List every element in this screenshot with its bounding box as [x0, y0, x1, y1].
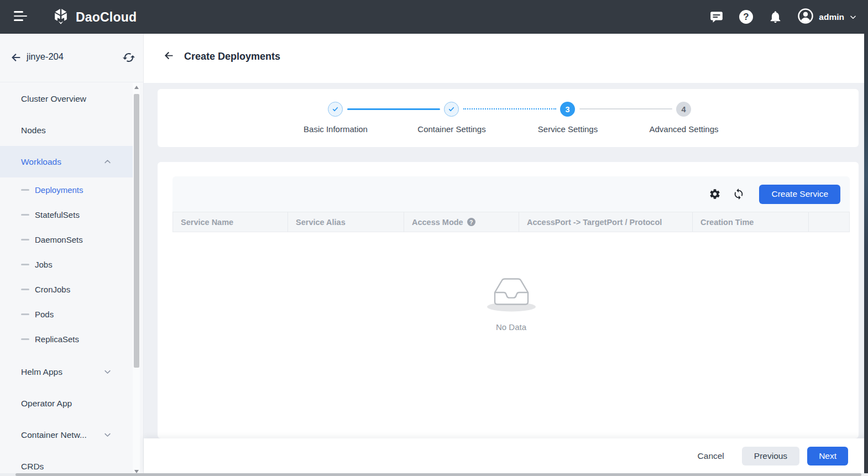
refresh-icon [733, 188, 745, 200]
next-button[interactable]: Next [807, 447, 848, 465]
chat-icon[interactable] [709, 10, 724, 24]
page-vertical-scrollbar[interactable] [864, 34, 868, 476]
step-2-circle [444, 102, 459, 117]
sidebar-item-container-network[interactable]: Container Netw... [0, 419, 133, 451]
table-header-row: Service Name Service Alias Access Mode ?… [172, 212, 850, 232]
sidebar: jinye-204 Cluster Overview Nodes Workloa… [0, 34, 144, 476]
sidebar-header: jinye-204 [0, 34, 143, 82]
dash-icon [21, 214, 29, 216]
empty-state: No Data [172, 271, 850, 332]
topbar: DaoCloud ? [0, 0, 868, 34]
gear-icon [709, 188, 721, 200]
switch-cluster-icon[interactable] [122, 51, 135, 66]
daocloud-logo-icon [51, 6, 71, 28]
column-service-alias: Service Alias [288, 212, 404, 232]
page-horizontal-scrollbar [0, 473, 868, 476]
create-service-button[interactable]: Create Service [759, 185, 840, 204]
sidebar-item-cronjobs[interactable]: CronJobs [0, 277, 133, 302]
column-actions [809, 212, 849, 232]
stepper: 3 4 Basic Information Container Settings… [158, 89, 859, 147]
avatar-icon [797, 8, 814, 27]
topbar-actions: ? admin [709, 0, 857, 34]
brand-name: DaoCloud [76, 10, 137, 25]
column-creation-time: Creation Time [693, 212, 809, 232]
wizard-footer: Cancel Previous Next [144, 438, 868, 473]
access-mode-help-icon[interactable]: ? [467, 218, 475, 226]
step-3-label: Service Settings [507, 124, 629, 134]
sidebar-item-helm-apps[interactable]: Helm Apps [0, 356, 133, 388]
table-refresh-button[interactable] [732, 187, 745, 201]
menu-icon[interactable] [14, 11, 28, 23]
empty-text: No Data [172, 322, 850, 332]
dash-icon [21, 313, 29, 315]
page-header: Create Deployments [144, 34, 868, 83]
table-settings-button[interactable] [708, 187, 721, 201]
sidebar-item-replicasets[interactable]: ReplicaSets [0, 327, 133, 352]
connector-current [463, 108, 556, 109]
sidebar-item-daemonsets[interactable]: DaemonSets [0, 227, 133, 252]
scrollbar-thumb[interactable] [134, 94, 139, 368]
username: admin [819, 12, 844, 22]
dash-icon [21, 264, 29, 265]
app-screen: DaoCloud ? [0, 0, 868, 476]
cluster-name: jinye-204 [27, 51, 64, 62]
sidebar-item-cluster-overview[interactable]: Cluster Overview [0, 83, 133, 114]
chevron-down-icon [103, 368, 112, 376]
service-table-panel: Create Service Service Name Service Alia… [172, 176, 850, 232]
sidebar-item-deployments[interactable]: Deployments [0, 177, 133, 202]
column-access-mode: Access Mode ? [404, 212, 519, 232]
column-ports: AccessPort -> TargetPort / Protocol [519, 212, 693, 232]
sidebar-item-nodes[interactable]: Nodes [0, 114, 133, 146]
step-4-label: Advanced Settings [623, 124, 745, 134]
brand: DaoCloud [51, 6, 137, 28]
chevron-up-icon [103, 158, 112, 166]
dash-icon [21, 189, 29, 191]
sidebar-nav: Cluster Overview Nodes Workloads Deploym… [0, 83, 133, 476]
service-settings-card: Create Service Service Name Service Alia… [158, 162, 859, 438]
sidebar-item-workloads[interactable]: Workloads [0, 146, 133, 177]
check-icon [447, 105, 456, 113]
step-3-circle: 3 [560, 102, 575, 117]
cluster-back-icon[interactable] [10, 51, 22, 66]
help-icon[interactable]: ? [739, 10, 753, 24]
sidebar-item-operator-app[interactable]: Operator App [0, 388, 133, 419]
step-4-circle: 4 [676, 102, 691, 117]
step-1-circle [328, 102, 343, 117]
connector-done [347, 108, 440, 110]
sidebar-scrollbar[interactable] [133, 83, 140, 476]
check-icon [331, 105, 339, 113]
chevron-down-icon [103, 431, 112, 439]
page-back-icon[interactable] [163, 50, 175, 64]
column-service-name: Service Name [173, 212, 288, 232]
step-2-label: Container Settings [391, 124, 513, 134]
user-menu[interactable]: admin [797, 8, 857, 27]
chevron-down-icon [849, 13, 857, 21]
sidebar-item-statefulsets[interactable]: StatefulSets [0, 202, 133, 227]
dash-icon [21, 338, 29, 340]
previous-button[interactable]: Previous [742, 447, 799, 465]
bell-icon[interactable] [768, 10, 782, 24]
sidebar-item-crds[interactable]: CRDs [0, 451, 133, 476]
horizontal-scrollbar-thumb[interactable] [15, 473, 861, 476]
dash-icon [21, 239, 29, 240]
step-1-label: Basic Information [275, 124, 396, 134]
scroll-up-icon[interactable] [134, 86, 139, 89]
empty-inbox-icon [485, 271, 537, 313]
table-toolbar: Create Service [172, 176, 850, 212]
cancel-button[interactable]: Cancel [688, 451, 734, 461]
dash-icon [21, 289, 29, 290]
page-title: Create Deployments [184, 51, 280, 62]
sidebar-item-pods[interactable]: Pods [0, 302, 133, 327]
sidebar-item-jobs[interactable]: Jobs [0, 252, 133, 277]
connector-pending [579, 108, 672, 109]
